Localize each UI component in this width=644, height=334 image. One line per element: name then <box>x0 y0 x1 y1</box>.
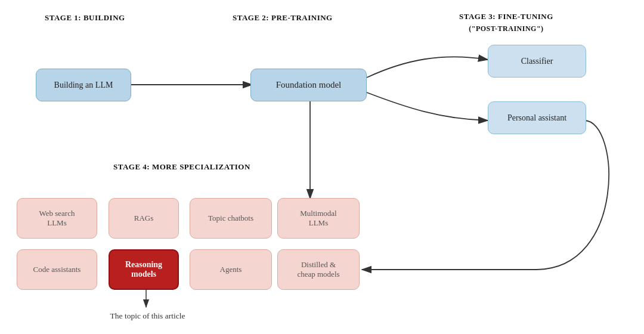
stage1-label: Stage 1: Building <box>45 13 125 23</box>
topic-chatbots-label: Topic chatbots <box>208 214 253 223</box>
topic-chatbots-box: Topic chatbots <box>190 198 272 239</box>
reasoning-models-box: Reasoningmodels <box>109 249 179 290</box>
building-llm-box: Building an LLM <box>36 69 131 101</box>
topic-label: The topic of this article <box>95 311 200 321</box>
reasoning-models-label: Reasoningmodels <box>125 260 162 279</box>
multimodal-label: MultimodalLLMs <box>300 209 336 228</box>
foundation-model-box: Foundation model <box>250 69 367 101</box>
multimodal-box: MultimodalLLMs <box>277 198 360 239</box>
building-llm-label: Building an LLM <box>54 81 113 90</box>
classifier-box: Classifier <box>488 45 586 78</box>
personal-assistant-label: Personal assistant <box>507 113 566 123</box>
web-search-label: Web searchLLMs <box>39 209 75 228</box>
stage3-label: Stage 3: Fine-tuning ("Post-Training") <box>459 11 553 34</box>
code-assistants-box: Code assistants <box>17 249 97 290</box>
stage2-label: Stage 2: Pre-training <box>233 13 333 23</box>
code-assistants-label: Code assistants <box>33 265 81 274</box>
distilled-box: Distilled &cheap models <box>277 249 360 290</box>
stage4-label: Stage 4: More Specialization <box>113 162 250 172</box>
personal-assistant-box: Personal assistant <box>488 101 586 134</box>
foundation-model-label: Foundation model <box>276 80 342 90</box>
rags-box: RAGs <box>109 198 179 239</box>
agents-label: Agents <box>220 265 242 274</box>
web-search-box: Web searchLLMs <box>17 198 97 239</box>
agents-box: Agents <box>190 249 272 290</box>
rags-label: RAGs <box>134 214 154 223</box>
classifier-label: Classifier <box>521 57 553 66</box>
distilled-label: Distilled &cheap models <box>297 260 339 279</box>
diagram-container: Stage 1: Building Stage 2: Pre-training … <box>0 0 644 334</box>
